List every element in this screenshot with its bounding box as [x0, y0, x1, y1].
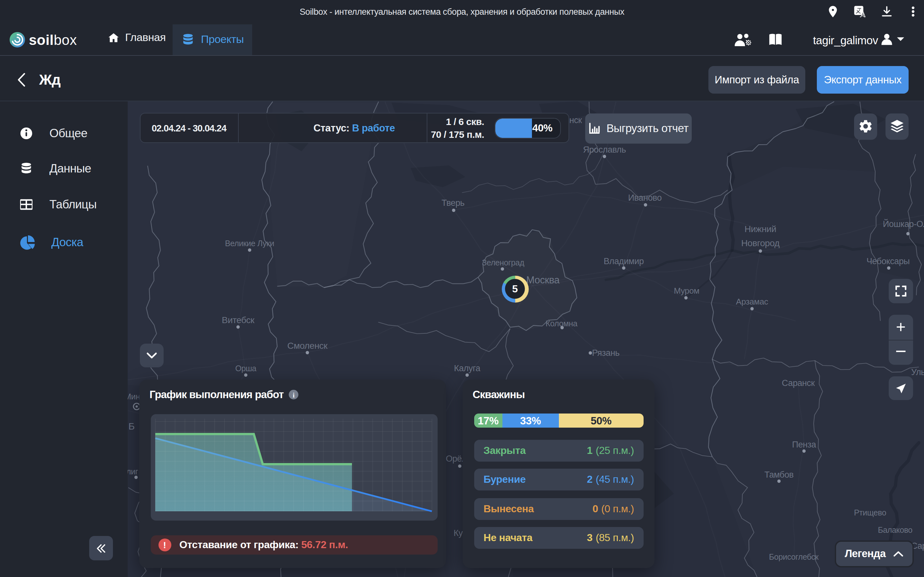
svg-text:Муром: Муром: [674, 286, 699, 295]
svg-text:Йошкар-Ол: Йошкар-Ол: [883, 219, 924, 229]
svg-text:нск: нск: [569, 115, 582, 125]
svg-text:Смоленск: Смоленск: [288, 341, 328, 351]
svg-text:лиг: лиг: [128, 467, 138, 476]
svg-text:Саранск: Саранск: [782, 378, 815, 388]
svg-text:Орша: Орша: [235, 364, 256, 373]
svg-text:Владимир: Владимир: [604, 256, 644, 266]
svg-text:Мин: Мин: [128, 392, 140, 401]
svg-text:Ку: Ку: [454, 528, 463, 538]
svg-text:Балаково: Балаково: [878, 525, 913, 534]
svg-text:Ртищево: Ртищево: [854, 508, 886, 517]
svg-text:Великие Луки: Великие Луки: [225, 239, 274, 248]
svg-text:Зеленоград: Зеленоград: [482, 258, 525, 267]
svg-text:Пенза: Пенза: [792, 440, 817, 450]
svg-text:Тамбов: Тамбов: [764, 470, 794, 480]
svg-text:Новгород: Новгород: [741, 238, 780, 248]
svg-text:Иваново: Иваново: [628, 193, 662, 203]
svg-text:Нижний: Нижний: [745, 224, 776, 234]
svg-text:Ярославль: Ярославль: [583, 145, 626, 155]
svg-text:Витебск: Витебск: [222, 315, 254, 325]
svg-text:Тверь: Тверь: [441, 198, 464, 208]
svg-text:Улья: Улья: [911, 367, 924, 377]
svg-text:Калуга: Калуга: [454, 364, 481, 373]
svg-text:Б: Б: [128, 421, 134, 432]
svg-text:Арзамас: Арзамас: [736, 297, 768, 306]
svg-text:Чебоксары: Чебоксары: [867, 256, 910, 266]
svg-text:Борисоглебск: Борисоглебск: [769, 552, 819, 561]
svg-text:Рязань: Рязань: [592, 348, 620, 358]
svg-text:Москва: Москва: [526, 274, 560, 285]
